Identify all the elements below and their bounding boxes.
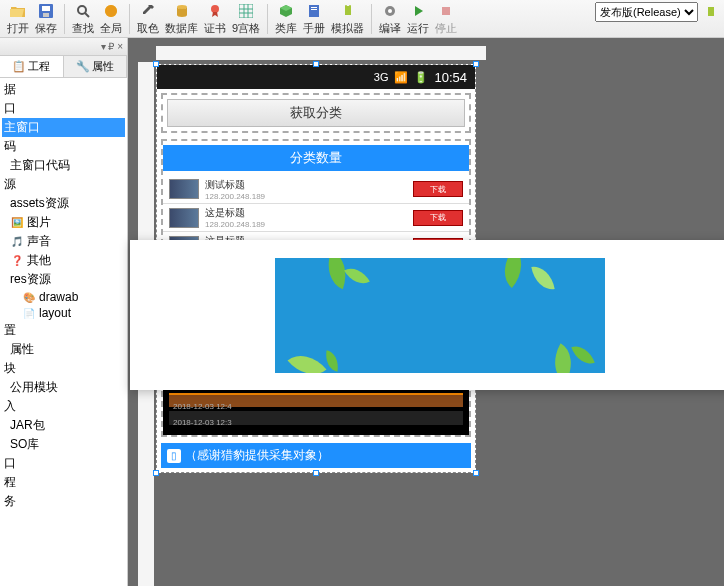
tree-item[interactable]: 程 [2, 473, 125, 492]
ninepatch-label: 9宫格 [232, 21, 260, 36]
project-icon: 📋 [12, 60, 26, 73]
line-list: 2018-12-03 12:4 2018-12-03 12:3 [163, 383, 469, 435]
save-button[interactable]: 保存 [35, 2, 57, 36]
tree-item[interactable]: 公用模块 [2, 378, 125, 397]
list-item[interactable]: 测试标题128.200.248.189下载 [163, 175, 469, 203]
tab-properties[interactable]: 🔧 属性 [64, 56, 128, 77]
tab-project[interactable]: 📋 工程 [0, 56, 64, 77]
thumbnail [169, 179, 199, 199]
database-icon [173, 2, 191, 20]
tree-item[interactable]: res资源 [2, 270, 125, 289]
tree-item[interactable]: 📄layout [2, 305, 125, 321]
emulator-button[interactable]: 模拟器 [331, 2, 364, 36]
tree-item-label: 图片 [27, 214, 51, 231]
toolbar-right: 发布版(Release) [595, 2, 720, 22]
search-icon [74, 2, 92, 20]
open-button[interactable]: 打开 [7, 2, 29, 36]
download-button[interactable]: 下载 [413, 210, 463, 226]
box-icon [277, 2, 295, 20]
popup-overlay[interactable] [130, 240, 724, 390]
tree-item[interactable]: 务 [2, 492, 125, 511]
tree-item-label: 主窗口 [4, 119, 40, 136]
cert-label: 证书 [204, 21, 226, 36]
leaf-icon [531, 263, 554, 292]
panel-header[interactable]: ▾ ₽ × [0, 38, 127, 56]
tree-item[interactable]: 属性 [2, 340, 125, 359]
footer-bar[interactable]: ▯ （感谢猎豹提供采集对象） [161, 443, 471, 468]
tree-item-label: drawab [39, 290, 78, 304]
global-button[interactable]: 全局 [100, 2, 122, 36]
tree-item[interactable]: 🎨drawab [2, 289, 125, 305]
tree-item[interactable]: 主窗口 [2, 118, 125, 137]
tree-item[interactable]: JAR包 [2, 416, 125, 435]
book-icon [305, 2, 323, 20]
manual-label: 手册 [303, 21, 325, 36]
selection-handle[interactable] [473, 470, 479, 476]
tree-item-label: JAR包 [10, 417, 45, 434]
ninepatch-button[interactable]: 9宫格 [232, 2, 260, 36]
ruler-horizontal [156, 46, 486, 60]
snd-icon: 🎵 [10, 236, 24, 248]
main-toolbar: 打开 保存 查找 全局 取色 数据库 证书 9宫格 类库 手册 模拟器 [0, 0, 724, 38]
android-small-icon[interactable] [702, 3, 720, 21]
project-tree[interactable]: 据口主窗口码主窗口代码源assets资源🖼️图片🎵声音❓其他res资源🎨draw… [0, 78, 127, 586]
selection-handle[interactable] [473, 61, 479, 67]
selection-handle[interactable] [313, 470, 319, 476]
footer-icon: ▯ [167, 449, 181, 463]
stop-label: 停止 [435, 21, 457, 36]
tree-item[interactable]: SO库 [2, 435, 125, 454]
selection-handle[interactable] [313, 61, 319, 67]
tree-item-label: 入 [4, 398, 16, 415]
tree-item[interactable]: 据 [2, 80, 125, 99]
row-title: 测试标题 [205, 178, 407, 192]
tree-item[interactable]: ❓其他 [2, 251, 125, 270]
tree-item[interactable]: 口 [2, 454, 125, 473]
stop-button[interactable]: 停止 [435, 2, 457, 36]
tree-item[interactable]: 🖼️图片 [2, 213, 125, 232]
tree-item[interactable]: assets资源 [2, 194, 125, 213]
svg-point-3 [78, 6, 86, 14]
row-text: 这是标题128.200.248.189 [205, 206, 407, 229]
tree-item[interactable]: 置 [2, 321, 125, 340]
selection-handle[interactable] [153, 470, 159, 476]
compile-button[interactable]: 编译 [379, 2, 401, 36]
global-label: 全局 [100, 21, 122, 36]
run-label: 运行 [407, 21, 429, 36]
db-button[interactable]: 数据库 [165, 2, 198, 36]
build-mode-select[interactable]: 发布版(Release) [595, 2, 698, 22]
run-button[interactable]: 运行 [407, 2, 429, 36]
tree-item[interactable]: 主窗口代码 [2, 156, 125, 175]
toolbar-separator [371, 4, 372, 34]
img-icon: 🖼️ [10, 217, 24, 229]
get-category-button[interactable]: 获取分类 [167, 99, 465, 127]
manual-button[interactable]: 手册 [303, 2, 325, 36]
find-button[interactable]: 查找 [72, 2, 94, 36]
line-item[interactable]: 2018-12-03 12:4 [169, 393, 463, 407]
line-item[interactable]: 2018-12-03 12:3 [169, 411, 463, 425]
tree-item-label: 口 [4, 100, 16, 117]
android-statusbar: 3G 📶 🔋 10:54 [157, 65, 475, 89]
tree-item-label: 其他 [27, 252, 51, 269]
android-icon [339, 2, 357, 20]
selection-handle[interactable] [153, 61, 159, 67]
tree-item-label: 块 [4, 360, 16, 377]
classlib-button[interactable]: 类库 [275, 2, 297, 36]
list-item[interactable]: 这是标题128.200.248.189下载 [163, 203, 469, 231]
eyedropper-icon [139, 2, 157, 20]
pickcolor-button[interactable]: 取色 [137, 2, 159, 36]
statusbar-time: 10:54 [434, 70, 467, 85]
tree-item[interactable]: 码 [2, 137, 125, 156]
tree-item[interactable]: 🎵声音 [2, 232, 125, 251]
tree-item-label: 置 [4, 322, 16, 339]
gear-icon [381, 2, 399, 20]
compile-label: 编译 [379, 21, 401, 36]
tree-item[interactable]: 口 [2, 99, 125, 118]
download-button[interactable]: 下载 [413, 181, 463, 197]
tree-item[interactable]: 入 [2, 397, 125, 416]
svg-rect-8 [239, 4, 253, 18]
tree-item[interactable]: 块 [2, 359, 125, 378]
cert-button[interactable]: 证书 [204, 2, 226, 36]
folder-open-icon [9, 2, 27, 20]
tree-item[interactable]: 源 [2, 175, 125, 194]
tree-item-label: layout [39, 306, 71, 320]
